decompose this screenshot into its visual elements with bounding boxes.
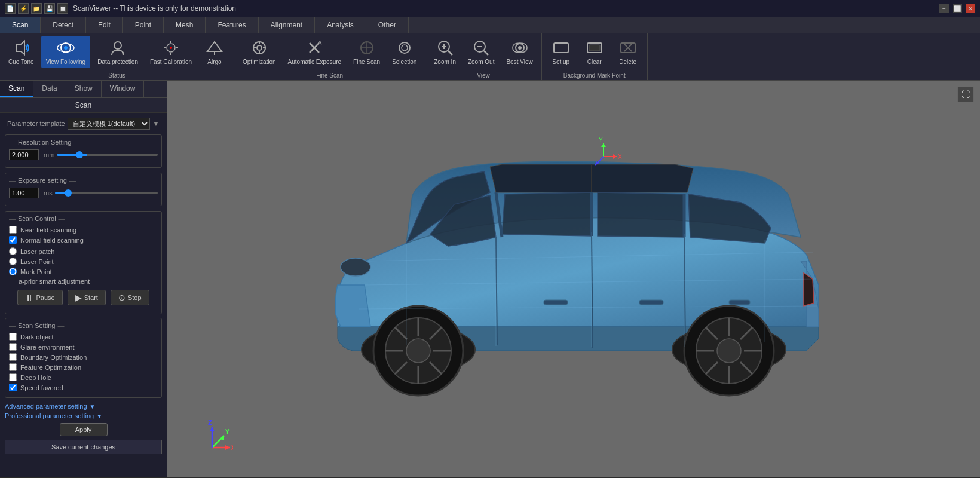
fast-calibration-button[interactable]: Fast Calibration — [145, 36, 197, 68]
exposure-slider[interactable] — [55, 192, 158, 194]
delete-button[interactable]: Delete — [612, 36, 644, 68]
speed-favored-checkbox[interactable] — [9, 384, 17, 391]
optimization-label: Optimization — [243, 59, 276, 66]
menu-tab-analysis[interactable]: Analysis — [315, 17, 366, 33]
tab-scan[interactable]: Scan — [0, 81, 33, 97]
feature-optimization-checkbox[interactable] — [9, 363, 17, 371]
best-view-button[interactable]: Best View — [501, 36, 537, 68]
resolution-slider-row: mm — [9, 149, 158, 160]
lightning-icon[interactable]: ⚡ — [18, 3, 29, 14]
deep-hole-label[interactable]: Deep Hole — [20, 374, 51, 381]
professional-param-link[interactable]: Professional parameter setting ▼ — [5, 412, 162, 419]
data-protection-icon — [108, 38, 127, 57]
optimization-button[interactable]: Optimization — [238, 36, 281, 68]
view-following-button[interactable]: View Following — [41, 36, 91, 68]
ribbon-group-fine-scan-content: Optimization A Automatic Exposure — [234, 33, 425, 71]
scan-icon[interactable]: 🔲 — [57, 3, 68, 14]
main-area: Scan Data Show Window Scan Parameter tem… — [0, 81, 980, 477]
resolution-slider[interactable] — [57, 154, 158, 156]
menu-tab-mesh[interactable]: Mesh — [164, 17, 206, 33]
view-following-label: View Following — [46, 59, 86, 66]
parameter-template-arrow[interactable]: ▼ — [152, 120, 160, 128]
expand-viewport-button[interactable]: ⛶ — [957, 87, 974, 102]
a-prior-row: a-prior smart adjustment — [19, 278, 158, 285]
glare-environment-checkbox[interactable] — [9, 343, 17, 351]
clear-button[interactable]: Clear — [579, 36, 610, 68]
airgo-icon — [205, 38, 224, 57]
data-protection-button[interactable]: Data protection — [93, 36, 143, 68]
menu-tab-features[interactable]: Features — [206, 17, 258, 33]
menu-tab-edit[interactable]: Edit — [86, 17, 123, 33]
laser-point-radio[interactable] — [9, 258, 17, 265]
resolution-value-input[interactable] — [9, 149, 39, 160]
feature-optimization-label[interactable]: Feature Optimization — [20, 364, 81, 371]
menu-tab-scan[interactable]: Scan — [0, 17, 41, 33]
menu-tab-other[interactable]: Other — [366, 17, 409, 33]
laser-point-label[interactable]: Laser Point — [20, 258, 54, 265]
ribbon-group-view: Zoom In Zoom Out — [425, 33, 541, 80]
parameter-template-label: Parameter template — [7, 120, 65, 127]
ribbon-group-status-label: Status — [0, 71, 234, 80]
normal-field-checkbox[interactable] — [9, 236, 17, 244]
ribbon-group-view-label: View — [425, 71, 541, 80]
mark-point-radio[interactable] — [9, 268, 17, 275]
fine-scan-button[interactable]: Fine Scan — [348, 36, 385, 68]
menu-tab-detect[interactable]: Detect — [41, 17, 86, 33]
speed-favored-label[interactable]: Speed favored — [20, 384, 63, 391]
laser-patch-radio[interactable] — [9, 247, 17, 255]
start-button[interactable]: ▶ Start — [68, 290, 106, 305]
fine-scan-label: Fine Scan — [353, 59, 380, 66]
menu-tab-alignment[interactable]: Alignment — [259, 17, 315, 33]
advanced-param-link[interactable]: Advanced parameter setting ▼ — [5, 403, 162, 410]
menu-tab-point[interactable]: Point — [123, 17, 164, 33]
stop-button[interactable]: ⊙ Stop — [111, 290, 149, 305]
apply-button[interactable]: Apply — [60, 423, 108, 436]
near-field-row: Near field scanning — [9, 226, 158, 234]
svg-text:X: X — [231, 444, 233, 451]
airgo-label: Airgo — [207, 59, 221, 66]
airgo-button[interactable]: Airgo — [199, 36, 230, 68]
svg-point-35 — [518, 46, 522, 50]
tab-window[interactable]: Window — [102, 81, 145, 97]
near-field-label[interactable]: Near field scanning — [20, 226, 76, 234]
folder-icon[interactable]: 📁 — [31, 3, 42, 14]
selection-button[interactable]: Selection — [387, 36, 421, 68]
parameter-template-select[interactable]: 自定义模板 1(default) Default High Accuracy F… — [68, 118, 151, 130]
boundary-optimization-checkbox[interactable] — [9, 353, 17, 361]
laser-patch-label[interactable]: Laser patch — [20, 248, 54, 255]
glare-environment-label[interactable]: Glare environment — [20, 344, 75, 351]
dark-object-checkbox[interactable] — [9, 333, 17, 341]
restore-button[interactable]: ⬜ — [953, 4, 962, 13]
zoom-out-button[interactable]: Zoom Out — [463, 36, 499, 68]
minimize-button[interactable]: − — [939, 4, 949, 13]
scan-control-group: Scan Control Near field scanning Normal … — [5, 211, 162, 314]
file-icon[interactable]: 📄 — [5, 3, 16, 14]
zoom-in-button[interactable]: Zoom In — [429, 36, 461, 68]
cue-tone-button[interactable]: Cue Tone — [4, 36, 39, 68]
deep-hole-checkbox[interactable] — [9, 373, 17, 381]
automatic-exposure-button[interactable]: A Automatic Exposure — [283, 36, 347, 68]
window-title: ScanViewer -- This device is only for de… — [73, 4, 939, 13]
normal-field-label[interactable]: Normal field scanning — [20, 237, 84, 244]
deep-hole-row: Deep Hole — [9, 373, 158, 381]
tab-show[interactable]: Show — [66, 81, 102, 97]
svg-point-52 — [341, 258, 370, 276]
svg-point-18 — [257, 45, 262, 50]
ribbon-group-status-content: Cue Tone View Following — [0, 33, 234, 71]
tab-data[interactable]: Data — [33, 81, 66, 97]
save-button[interactable]: Save current changes — [5, 440, 162, 454]
dark-object-label[interactable]: Dark object — [20, 333, 54, 341]
automatic-exposure-icon: A — [305, 38, 324, 57]
exposure-value-input[interactable] — [9, 188, 39, 198]
pause-button[interactable]: ⏸ Pause — [17, 290, 62, 305]
set-up-button[interactable]: Set up — [546, 36, 577, 68]
near-field-checkbox[interactable] — [9, 226, 17, 234]
close-button[interactable]: ✕ — [966, 4, 975, 13]
save-icon[interactable]: 💾 — [44, 3, 55, 14]
viewport[interactable]: X Y X Y Z ⛶ — [167, 81, 980, 477]
boundary-optimization-label[interactable]: Boundary Optimization — [20, 354, 87, 361]
svg-rect-50 — [639, 300, 663, 305]
mark-point-label[interactable]: Mark Point — [20, 268, 52, 275]
menubar: Scan Detect Edit Point Mesh Features Ali… — [0, 17, 980, 33]
mark-point-row: Mark Point — [9, 268, 158, 275]
